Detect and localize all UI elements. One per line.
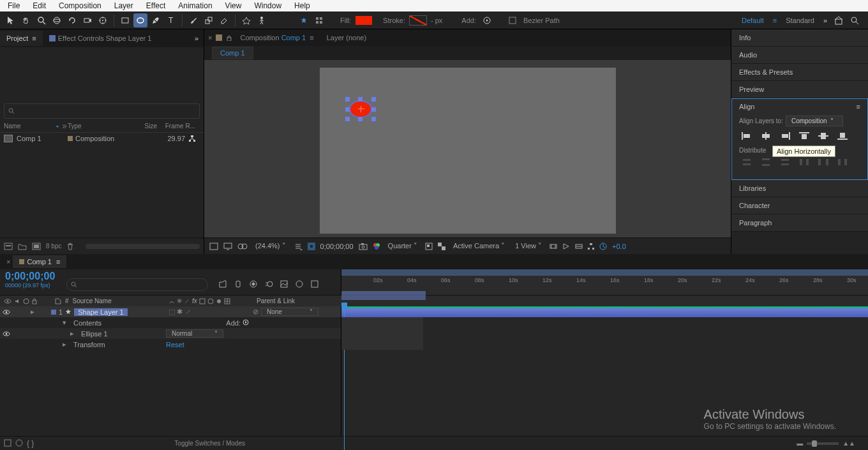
res-down-icon[interactable] [294,243,303,250]
menu-composition[interactable]: Composition [52,0,108,11]
contents-row[interactable]: ▾ Contents Add: [0,317,341,328]
menu-file[interactable]: File [1,0,26,11]
trash-icon[interactable] [66,243,74,250]
align-left-icon[interactable] [739,130,754,142]
bpc-label[interactable]: 8 bpc [46,243,61,250]
timeline-search[interactable] [66,278,208,291]
menu-layer[interactable]: Layer [108,0,140,11]
overflow-icon[interactable]: » [823,17,827,24]
zoom-out-icon[interactable]: ▬ [797,440,803,447]
solo-col-icon[interactable] [23,298,29,304]
panel-paragraph[interactable]: Paragraph [731,214,868,232]
fast-preview-icon[interactable] [562,243,570,250]
zoom-in-icon[interactable]: ▲▲ [842,440,855,447]
panel-preview[interactable]: Preview [731,81,868,98]
interpret-icon[interactable] [4,243,13,250]
project-item[interactable]: Comp 1 Composition 29.97 [0,133,204,144]
menu-animation[interactable]: Animation [172,0,218,11]
rectangle-tool-icon[interactable] [118,13,132,27]
mag-icon[interactable] [209,243,218,250]
rotate-tool-icon[interactable] [65,13,79,27]
display-icon[interactable] [223,243,232,250]
render-icon[interactable] [310,280,319,289]
project-tab[interactable]: Project ≡ [0,31,43,46]
type-tool-icon[interactable]: T [164,13,178,27]
stroke-swatch[interactable] [409,15,427,26]
layer-tab[interactable]: Layer (none) [322,31,371,44]
align-bottom-icon[interactable] [835,130,850,142]
shy-sw-icon[interactable] [168,298,175,304]
quality-dropdown[interactable]: Quarter ˅ [385,242,420,250]
timeline-icon[interactable] [575,243,583,250]
search-icon[interactable] [850,16,859,25]
snap-icon[interactable] [312,13,326,27]
add-menu-icon[interactable] [480,13,494,27]
comp-subtab[interactable]: Comp 1 [212,47,253,59]
fill-swatch[interactable] [355,15,373,26]
panel-overflow-icon[interactable]: » [190,34,204,42]
anchor-point-icon[interactable] [358,106,364,112]
align-hcenter-icon[interactable] [758,130,774,142]
folder-icon[interactable] [18,243,27,250]
label-col-icon[interactable] [55,298,61,304]
align-vcenter-icon[interactable] [816,130,831,142]
align-right-icon[interactable] [777,130,793,142]
zoom-tool-icon[interactable] [34,13,49,27]
ellipse-tool-icon[interactable] [133,13,147,27]
transform-row[interactable]: ▸ Transform Reset [0,339,341,350]
panel-effects[interactable]: Effects & Presets [731,64,868,81]
clone-tool-icon[interactable] [202,13,216,27]
workspace-menu-icon[interactable]: ≡ [773,17,777,24]
puppet-tool-icon[interactable] [255,13,269,27]
bezier-checkbox[interactable] [505,13,520,27]
pan-behind-tool-icon[interactable] [96,13,110,27]
menu-effect[interactable]: Effect [140,0,172,11]
toggle-switches[interactable]: Toggle Switches / Modes [174,440,245,447]
composition-viewer[interactable] [204,60,731,237]
align-top-icon[interactable] [797,130,812,142]
layer-bar[interactable] [341,308,868,317]
region-icon[interactable] [425,243,433,250]
project-search[interactable] [4,103,200,119]
motion-blur-icon[interactable] [264,280,273,289]
exposure-value[interactable]: +0.0 [612,243,626,250]
brush-tool-icon[interactable] [186,13,200,27]
camera-tool-icon[interactable] [80,13,94,27]
selection-tool-icon[interactable] [4,13,18,27]
shape-ellipse[interactable] [348,100,373,119]
roto-tool-icon[interactable] [239,13,253,27]
eye-icon[interactable] [3,331,10,337]
panel-info[interactable]: Info [731,29,868,47]
workspace-standard[interactable]: Standard [778,17,822,24]
effect-controls-tab[interactable]: Effect Controls Shape Layer 1 [43,31,158,46]
composition-tab[interactable]: Composition Comp 1 ≡ [235,31,318,44]
parent-dropdown[interactable]: None˅ [261,308,318,316]
lock-col-icon[interactable] [32,298,37,304]
shy-icon[interactable] [234,280,243,289]
layer-row[interactable]: ▸ 1★Shape Layer 1 ⬚✱⟋ ⊘None˅ [0,306,341,317]
graph-icon[interactable] [280,280,288,289]
toggle-icon[interactable] [15,439,23,447]
draft3d-icon[interactable] [295,280,304,289]
panel-audio[interactable]: Audio [731,47,868,64]
lock-icon[interactable] [226,34,232,41]
menu-view[interactable]: View [219,0,248,11]
mask-icon[interactable] [237,243,248,250]
orbit-tool-icon[interactable] [50,13,64,27]
hand-tool-icon[interactable] [19,13,33,27]
audio-col-icon[interactable] [14,298,20,304]
safe-icon[interactable] [308,243,315,250]
comp-mini-icon[interactable] [218,280,227,289]
frame-blend-icon[interactable] [249,280,258,289]
panel-menu-icon[interactable]: ≡ [857,103,860,110]
star-icon[interactable] [297,13,311,27]
zoom-dropdown[interactable]: (24.4%) ˅ [253,242,288,250]
reset-exp-icon[interactable] [599,243,607,250]
panel-libraries[interactable]: Libraries [731,180,868,197]
fill-label[interactable]: Fill: [338,17,354,24]
ellipse-row[interactable]: ▸ Ellipse 1 Normal˅ [0,328,341,339]
stroke-width[interactable]: - px [428,17,445,24]
transparency-icon[interactable] [438,243,445,250]
flowchart-icon[interactable] [189,135,195,142]
eye-col-icon[interactable] [4,298,11,304]
